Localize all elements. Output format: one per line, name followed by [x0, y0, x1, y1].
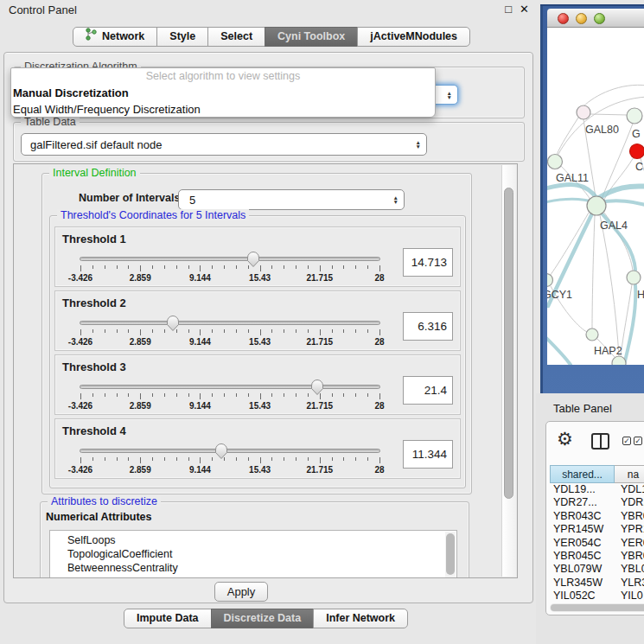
number-of-intervals-select[interactable]: 5 ▲▼: [178, 189, 405, 210]
attributes-list-scrollbar[interactable]: [445, 532, 456, 578]
network-window-titlebar: [547, 9, 644, 28]
tick-label: -3.426: [68, 337, 92, 347]
column-header-name[interactable]: na: [615, 465, 644, 483]
cell-shared-name: YER054C: [550, 537, 615, 550]
network-node[interactable]: [627, 108, 642, 124]
zoom-traffic-light-icon[interactable]: [594, 13, 605, 24]
tab-jactivemnodules[interactable]: jActiveMNodules: [357, 27, 470, 47]
network-node[interactable]: [547, 274, 553, 287]
close-icon[interactable]: ✕: [520, 3, 529, 16]
attribute-list-item[interactable]: SelfLoops: [50, 533, 456, 547]
cell-shared-name: YPR145W: [550, 523, 615, 536]
threshold-slider[interactable]: -3.4262.8599.14415.4321.71528: [80, 442, 380, 478]
tick-mark: [248, 329, 249, 333]
algorithm-option[interactable]: Equal Width/Frequency Discretization: [11, 101, 435, 118]
tab-infer-network[interactable]: Infer Network: [313, 609, 408, 628]
network-edge[interactable]: [583, 85, 644, 106]
network-canvas[interactable]: GAL80GCGAL11GAL4GCY1HHAP2: [547, 28, 644, 365]
algorithm-dropdown-popup: Select algorithm to view settings Manual…: [10, 67, 436, 118]
threshold-value-field[interactable]: 11.344: [403, 440, 453, 469]
tick-mark: [308, 329, 309, 333]
tick-mark: [355, 265, 356, 269]
table-data-select[interactable]: galFiltered.sif default node ▲▼: [21, 133, 427, 156]
slider-track[interactable]: [80, 449, 380, 453]
close-traffic-light-icon[interactable]: [558, 13, 569, 24]
tick-mark: [271, 393, 272, 397]
tab-select[interactable]: Select: [207, 27, 265, 47]
table-row[interactable]: YIL052CYIL0: [550, 590, 644, 600]
apply-button[interactable]: Apply: [214, 582, 268, 602]
tick-mark: [80, 457, 81, 463]
network-edge-highlighted[interactable]: [597, 186, 644, 199]
columns-icon[interactable]: [591, 433, 609, 450]
tick-mark: [188, 457, 189, 461]
threshold-slider[interactable]: -3.4262.8599.14415.4321.71528: [80, 250, 380, 286]
tick-mark: [140, 457, 141, 463]
tab-style[interactable]: Style: [156, 27, 208, 47]
table-row[interactable]: YLR345WYLR3: [550, 577, 644, 590]
tab-label: Impute Data: [137, 609, 199, 628]
table-row[interactable]: YDR27...YDR2: [550, 496, 644, 509]
tick-mark: [176, 329, 177, 333]
tick-label: 2.859: [130, 465, 151, 475]
network-node[interactable]: [630, 144, 644, 159]
slider-track[interactable]: [80, 321, 380, 325]
tick-mark: [343, 393, 344, 397]
cell-name: YLR3: [615, 577, 644, 590]
network-node[interactable]: [587, 196, 606, 215]
tick-mark: [320, 329, 321, 335]
tick-mark: [284, 329, 284, 333]
table-row[interactable]: YBL079WYBL0: [550, 563, 644, 576]
tick-mark: [260, 265, 261, 271]
table-row[interactable]: YER054CYER0: [550, 537, 644, 550]
tick-mark: [200, 265, 201, 271]
network-edge[interactable]: [590, 114, 628, 115]
attribute-list-item[interactable]: TopologicalCoefficient: [50, 547, 456, 561]
checkbox-icon[interactable]: ✓: [622, 437, 631, 445]
algorithm-option[interactable]: Manual Discretization: [11, 85, 435, 101]
network-node[interactable]: [577, 105, 590, 119]
table-row[interactable]: YDL19...YDL1: [550, 483, 644, 496]
threshold-slider[interactable]: -3.4262.8599.14415.4321.71528: [80, 378, 380, 414]
float-window-icon[interactable]: □: [505, 3, 512, 16]
tick-mark: [152, 393, 153, 397]
threshold-value-field[interactable]: 6.316: [403, 312, 453, 341]
tick-mark: [332, 329, 333, 333]
tick-mark: [308, 393, 309, 397]
network-node[interactable]: [612, 356, 626, 365]
network-node[interactable]: [627, 271, 641, 284]
network-edge[interactable]: [592, 215, 595, 328]
minimize-traffic-light-icon[interactable]: [576, 13, 587, 24]
tick-mark: [128, 329, 129, 333]
column-header-shared-name[interactable]: shared...: [550, 465, 615, 483]
gear-icon[interactable]: ⚙: [557, 429, 573, 450]
table-row[interactable]: YBR045CYBR0: [550, 550, 644, 563]
network-edge[interactable]: [550, 213, 589, 276]
network-edge[interactable]: [557, 118, 578, 155]
attribute-list-item[interactable]: BetweennessCentrality: [50, 561, 456, 575]
table-row[interactable]: YPR145WYPR1: [550, 523, 644, 536]
threshold-slider[interactable]: -3.4262.8599.14415.4321.71528: [80, 314, 380, 350]
tick-label: 9.144: [189, 401, 211, 411]
table-horizontal-scrollbar[interactable]: [550, 603, 644, 612]
threshold-label: Threshold 3: [62, 360, 126, 373]
numerical-attributes-list[interactable]: SelfLoopsTopologicalCoefficientBetweenne…: [49, 530, 457, 578]
network-node[interactable]: [586, 328, 598, 341]
slider-track[interactable]: [80, 257, 380, 261]
network-edge-highlighted[interactable]: [547, 185, 597, 199]
tick-mark: [92, 329, 93, 333]
table-row[interactable]: YBR043CYBR0: [550, 510, 644, 523]
network-edge-highlighted[interactable]: [547, 337, 571, 365]
tab-impute-data[interactable]: Impute Data: [124, 609, 212, 628]
tick-mark: [105, 457, 105, 461]
threshold-value-field[interactable]: 14.713: [403, 248, 453, 277]
tab-discretize-data[interactable]: Discretize Data: [211, 609, 315, 628]
checkbox-icon[interactable]: ✓: [634, 437, 642, 445]
settings-vertical-scrollbar[interactable]: [501, 165, 516, 577]
tab-cyni-toolbox[interactable]: Cyni Toolbox: [265, 27, 358, 47]
tab-network[interactable]: Network: [73, 27, 157, 47]
network-node[interactable]: [548, 155, 563, 169]
slider-track[interactable]: [80, 385, 380, 389]
threshold-value-field[interactable]: 21.4: [403, 376, 453, 405]
network-edge[interactable]: [600, 215, 619, 356]
